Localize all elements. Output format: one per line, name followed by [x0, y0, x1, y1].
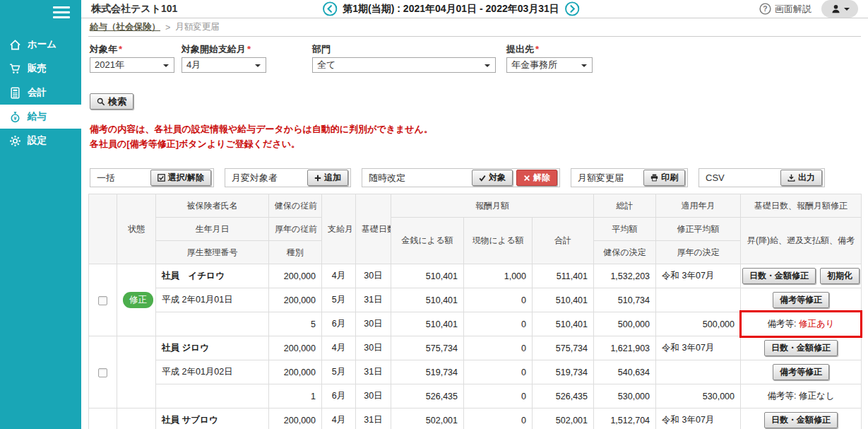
base-days: 30日: [356, 336, 391, 360]
csv-group: CSV 出力: [698, 168, 825, 187]
sidebar: ホーム 販売 会計 ¥ 給与 設定: [0, 0, 81, 429]
prev-period-button[interactable]: [322, 1, 337, 16]
pay-month: 4月: [322, 336, 356, 360]
sidebar-item-accounting[interactable]: 会計: [0, 81, 81, 105]
svg-text:?: ?: [763, 5, 767, 13]
sidebar-item-label: ホーム: [28, 38, 57, 51]
pay-month-header: 支給月: [322, 194, 356, 264]
apply-month: 令和 3年07月: [656, 336, 741, 360]
row-checkbox[interactable]: [98, 296, 107, 305]
remarks-cell-highlighted: 備考等: 修正あり: [741, 312, 862, 336]
department-label: 部門: [312, 43, 506, 57]
required-mark: *: [535, 44, 539, 54]
pay-month: 4月: [322, 409, 356, 429]
check-icon: [479, 175, 486, 182]
breadcrumb-separator: >: [165, 23, 170, 33]
user-menu-button[interactable]: [821, 0, 858, 18]
average-amount: 540,634: [594, 360, 656, 384]
kosei-prev-value: 200,000: [269, 288, 322, 312]
base-days: 31日: [356, 360, 391, 384]
hamburger-menu-button[interactable]: [0, 0, 81, 24]
initialize-button[interactable]: 初期化: [820, 268, 860, 284]
cash-amount: 510,401: [391, 288, 464, 312]
pension-number-header: 厚生整理番号: [156, 241, 269, 264]
fiscal-period-label: 第1期(当期) : 2021年04月01日 - 2022年03月31日: [343, 3, 559, 16]
in-kind-amount: 0: [464, 288, 533, 312]
action-cell: 備考等修正: [741, 288, 862, 312]
total-amount: 510,401: [533, 312, 594, 336]
target-year-field: 対象年* 2021年: [90, 43, 182, 73]
notification-label: 月額変更届: [578, 172, 624, 184]
type-header: 種別: [269, 241, 322, 264]
page-content: 給与（社会保険） > 月額変更届 対象年* 2021年 対象開始支給月* 4月 …: [81, 18, 868, 429]
breadcrumb-current: 月額変更届: [175, 21, 220, 33]
edit-remarks-button[interactable]: 備考等修正: [773, 364, 829, 380]
sidebar-item-label: 給与: [28, 110, 47, 123]
export-button[interactable]: 出力: [780, 170, 822, 186]
print-button[interactable]: 印刷: [643, 170, 685, 186]
fix-days-amount-button[interactable]: 日数・金額修正: [764, 412, 838, 428]
remarks-cell: 備考等: 修正なし: [741, 384, 862, 409]
table-row: 社員 ジロウ 200,000 4月 30日 575,734 0 575,734 …: [89, 336, 862, 360]
total-amount: 511,401: [533, 264, 594, 288]
check-square-icon: [157, 174, 165, 182]
adj-average-header: 修正平均額: [656, 218, 741, 241]
screen-help-button[interactable]: ? 画面解説: [759, 3, 811, 16]
adj-average-empty: [656, 288, 741, 312]
fix-days-amount-button[interactable]: 日数・金額修正: [764, 340, 838, 356]
sidebar-item-settings[interactable]: 設定: [0, 129, 81, 153]
next-period-button[interactable]: [565, 1, 580, 16]
department-select[interactable]: 全て: [312, 57, 496, 73]
start-month-select[interactable]: 4月: [182, 57, 266, 73]
warning-message: 備考の内容は、各社員の設定情報や給与データからは自動的に判別ができません。 各社…: [88, 122, 861, 151]
user-icon: [831, 4, 841, 14]
add-button[interactable]: 追加: [307, 170, 348, 186]
employee-name: 社員 ジロウ: [156, 336, 269, 360]
cash-amount: 510,401: [391, 312, 464, 336]
pay-month: 5月: [322, 360, 356, 384]
target-button[interactable]: 対象: [472, 170, 513, 186]
table-row: 5 6月 30日 510,401 0 510,401 500,000 500,0…: [89, 312, 862, 336]
in-kind-amount: 0: [464, 384, 533, 409]
type-value: 1: [269, 384, 322, 409]
target-year-select[interactable]: 2021年: [90, 57, 174, 73]
fix-days-amount-button[interactable]: 日数・金額修正: [742, 268, 816, 284]
base-days-header: 基礎日数: [356, 194, 391, 264]
cash-amount: 510,401: [391, 264, 464, 288]
row-checkbox-cell: [89, 409, 117, 429]
average-header: 平均額: [594, 218, 656, 241]
apply-month: 令和 3年07月: [656, 409, 741, 429]
destination-select[interactable]: 年金事務所: [506, 57, 593, 73]
breadcrumb-parent-link[interactable]: 給与（社会保険）: [90, 21, 160, 33]
total-amount: 519,734: [533, 360, 594, 384]
select-toggle-button[interactable]: 選択/解除: [150, 170, 211, 186]
monthly-target-group: 月変対象者 追加: [225, 168, 351, 187]
action-cell: 日数・金額修正: [741, 409, 862, 429]
bulk-label: 一括: [97, 172, 115, 184]
sidebar-item-home[interactable]: ホーム: [0, 33, 81, 57]
row-checkbox[interactable]: [98, 368, 107, 377]
sidebar-item-sales[interactable]: 販売: [0, 57, 81, 81]
kenpo-decision-value: 500,000: [594, 312, 656, 336]
sidebar-item-payroll[interactable]: ¥ 給与: [0, 105, 81, 129]
table-row: 平成 2年01月01日 200,000 5月 31日 510,401 0 510…: [89, 288, 862, 312]
employee-table-wrap: 状態 被保険者氏名 健保の従前 支給月 基礎日数 報酬月額 総計 適用年月 基礎…: [88, 194, 861, 429]
edit-remarks-button[interactable]: 備考等修正: [773, 292, 829, 308]
kosei-decision-value: 530,000: [656, 384, 741, 409]
table-header: 状態 被保険者氏名 健保の従前 支給月 基礎日数 報酬月額 総計 適用年月 基礎…: [89, 194, 862, 264]
yen-bag-icon: ¥: [9, 111, 21, 123]
release-button[interactable]: 解除: [516, 170, 557, 186]
adj-average-empty: [656, 360, 741, 384]
base-days: 30日: [356, 264, 391, 288]
sidebar-item-label: 販売: [28, 62, 47, 75]
status-cell: 修正: [117, 264, 156, 336]
search-button[interactable]: 検索: [90, 93, 133, 110]
in-kind-amount: 1,000: [464, 264, 533, 288]
action-cell: 日数・金額修正 初期化: [741, 264, 862, 288]
in-kind-amount: 0: [464, 360, 533, 384]
cash-amount: 502,001: [391, 409, 464, 429]
cash-amount: 526,435: [391, 384, 464, 409]
in-kind-amount: 0: [464, 409, 533, 429]
grand-total: 1,512,704: [594, 409, 656, 429]
kenpo-prev-value: 200,000: [269, 264, 322, 288]
